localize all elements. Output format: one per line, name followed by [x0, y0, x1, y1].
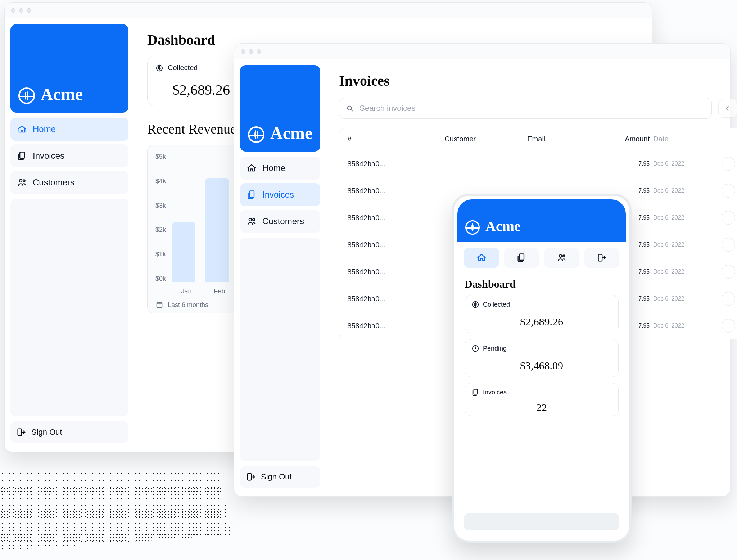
- search-box[interactable]: [339, 98, 712, 119]
- search-input[interactable]: [359, 103, 705, 113]
- users-icon: [557, 253, 567, 263]
- sidebar-filler: [10, 199, 128, 416]
- sign-out-icon: [16, 427, 26, 437]
- users-icon: [17, 177, 27, 188]
- table-header: # Customer Email Amount Date: [339, 128, 737, 150]
- row-action-button[interactable]: ⋯: [722, 238, 735, 252]
- y-tick: $2k: [155, 226, 166, 234]
- cell-id: 85842ba0...: [347, 241, 441, 249]
- cell-date: Dec 6, 2022: [653, 188, 718, 194]
- sidebar-item-home[interactable]: Home: [10, 118, 128, 141]
- cell-id: 85842ba0...: [347, 268, 441, 276]
- chart-bar: [205, 178, 229, 282]
- col-date: Date: [653, 135, 718, 143]
- page-title: Invoices: [339, 72, 737, 89]
- kpi-value: 22: [471, 401, 612, 414]
- kpi-pending-card: Pending $3,468.09: [465, 339, 619, 377]
- globe-icon: [465, 220, 480, 235]
- document-icon: [247, 190, 257, 200]
- home-icon: [17, 124, 27, 134]
- users-icon: [247, 216, 257, 226]
- row-action-button[interactable]: ⋯: [722, 292, 735, 306]
- chart-footer: Last 6 months: [168, 301, 208, 309]
- cell-id: 85842ba0...: [347, 187, 441, 195]
- chart-bar: [172, 222, 195, 282]
- cell-date: Dec 6, 2022: [653, 241, 718, 248]
- sidebar-item-label: Invoices: [262, 190, 294, 200]
- cell-id: 85842ba0...: [347, 160, 441, 168]
- sidebar-item-label: Customers: [262, 216, 304, 226]
- sign-out-label: Sign Out: [31, 428, 62, 437]
- pager-prev-button[interactable]: [718, 99, 737, 118]
- sign-out-icon: [597, 253, 607, 263]
- table-row[interactable]: 85842ba0...7.95Dec 6, 2022⋯: [339, 150, 737, 177]
- page-title: Dashboard: [465, 278, 619, 290]
- y-tick: $4k: [155, 177, 166, 185]
- kpi-value: $2,689.26: [471, 316, 612, 328]
- sidebar-item-customers[interactable]: Customers: [10, 171, 128, 194]
- calendar-icon: [155, 301, 163, 309]
- sidebar-item-home[interactable]: Home: [240, 157, 320, 180]
- cell-date: Dec 6, 2022: [653, 322, 718, 329]
- row-action-button[interactable]: ⋯: [722, 184, 735, 198]
- kpi-collected-card: Collected $2,689.26: [465, 295, 619, 333]
- row-action-button[interactable]: ⋯: [722, 265, 735, 279]
- cell-id: 85842ba0...: [347, 214, 441, 222]
- tab-invoices[interactable]: [504, 248, 539, 268]
- globe-icon: [248, 126, 264, 143]
- sign-out-label: Sign Out: [261, 472, 292, 482]
- kpi-label: Invoices: [483, 389, 507, 396]
- cell-date: Dec 6, 2022: [653, 295, 718, 302]
- x-tick: Feb: [208, 288, 231, 295]
- arrow-left-icon: [724, 104, 732, 112]
- col-email: Email: [527, 135, 592, 143]
- cell-amount: 7.95: [596, 161, 650, 167]
- sidebar-item-customers[interactable]: Customers: [240, 210, 320, 233]
- window-titlebar: [5, 3, 652, 18]
- kpi-label: Collected: [483, 301, 510, 308]
- dollar-icon: [471, 301, 479, 308]
- phone-bottom-bar: [464, 513, 619, 530]
- row-action-button[interactable]: ⋯: [722, 211, 735, 225]
- col-amount: Amount: [596, 135, 650, 143]
- sidebar-item-label: Home: [262, 163, 285, 173]
- globe-icon: [18, 87, 35, 104]
- cell-date: Dec 6, 2022: [653, 161, 718, 167]
- cell-date: Dec 6, 2022: [653, 214, 718, 221]
- document-icon: [471, 388, 479, 396]
- kpi-invoices-card: Invoices 22: [465, 383, 619, 416]
- kpi-value: $2,689.26: [155, 81, 247, 98]
- document-icon: [516, 253, 526, 263]
- brand-name: Acme: [270, 123, 312, 143]
- x-tick: Jan: [175, 288, 198, 295]
- y-tick: $0k: [155, 275, 166, 283]
- row-action-button[interactable]: ⋯: [722, 157, 735, 171]
- brand-name: Acme: [41, 84, 83, 104]
- tab-customers[interactable]: [544, 248, 579, 268]
- tab-signout[interactable]: [584, 248, 620, 268]
- row-action-button[interactable]: ⋯: [722, 319, 735, 333]
- sidebar-item-label: Home: [33, 124, 56, 134]
- home-icon: [247, 163, 257, 173]
- sidebar-item-invoices[interactable]: Invoices: [240, 183, 320, 206]
- y-tick: $3k: [155, 202, 166, 209]
- dollar-icon: [155, 64, 163, 72]
- sign-out-button[interactable]: Sign Out: [240, 466, 320, 488]
- home-icon: [476, 253, 487, 263]
- y-tick: $1k: [155, 250, 166, 258]
- col-id: #: [347, 135, 441, 143]
- col-customer: Customer: [444, 135, 524, 143]
- sidebar-item-label: Invoices: [33, 151, 64, 161]
- sign-out-icon: [246, 472, 256, 482]
- brand-logo: Acme: [240, 65, 320, 152]
- cell-amount: 7.95: [596, 188, 650, 194]
- window-titlebar: [234, 44, 730, 59]
- kpi-label: Pending: [483, 345, 507, 352]
- search-icon: [346, 104, 354, 112]
- sidebar-item-invoices[interactable]: Invoices: [10, 144, 128, 167]
- tab-home[interactable]: [464, 248, 499, 268]
- sidebar-item-label: Customers: [33, 177, 74, 188]
- sign-out-button[interactable]: Sign Out: [10, 421, 128, 443]
- y-tick: $5k: [155, 153, 166, 161]
- cell-id: 85842ba0...: [347, 322, 441, 330]
